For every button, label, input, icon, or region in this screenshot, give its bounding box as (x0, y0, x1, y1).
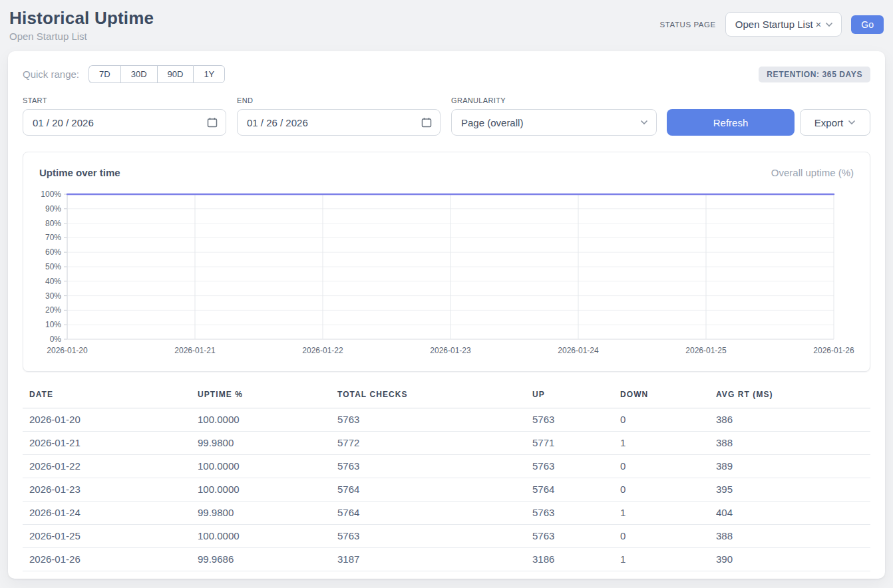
svg-text:50%: 50% (45, 262, 61, 271)
top-header: Historical Uptime Open Startup List STAT… (9, 7, 884, 51)
main-panel: Quick range: 7D30D90D1Y RETENTION: 365 D… (8, 51, 885, 579)
table-cell: 3187 (331, 548, 526, 571)
table-cell: 5764 (331, 478, 526, 502)
table-row: 2026-01-22100.0000576357630389 (23, 455, 870, 478)
svg-text:2026-01-26: 2026-01-26 (813, 346, 854, 355)
table-cell: 100.0000 (191, 455, 331, 478)
table-cell: 100.0000 (191, 478, 331, 502)
table-cell: 395 (709, 478, 870, 502)
clear-selection-icon[interactable]: × (816, 19, 822, 30)
quick-range-group: 7D30D90D1Y (89, 65, 225, 83)
table-cell: 2026-01-22 (23, 455, 191, 478)
export-button-label: Export (814, 117, 843, 128)
svg-text:70%: 70% (45, 233, 61, 242)
column-header: DATE (23, 387, 191, 408)
quick-range-label: Quick range: (23, 69, 79, 80)
calendar-icon[interactable] (421, 117, 432, 128)
granularity-select[interactable]: Page (overall) (451, 109, 657, 136)
table-cell: 5763 (331, 408, 526, 432)
table-cell: 0 (614, 455, 709, 478)
column-header: UP (526, 387, 614, 408)
page-subtitle: Open Startup List (9, 31, 154, 42)
quick-range-row: Quick range: 7D30D90D1Y RETENTION: 365 D… (23, 65, 870, 83)
table-cell: 2026-01-21 (23, 432, 191, 455)
table-cell: 5763 (526, 525, 614, 548)
table-cell: 5763 (331, 525, 526, 548)
svg-text:2026-01-24: 2026-01-24 (558, 346, 599, 355)
svg-text:40%: 40% (45, 277, 61, 286)
quick-range-button-7d[interactable]: 7D (89, 65, 120, 83)
table-cell: 388 (709, 432, 870, 455)
start-label: START (23, 96, 226, 104)
table-cell: 5763 (526, 408, 614, 432)
end-date-input[interactable]: 01 / 26 / 2026 (237, 109, 441, 136)
table-cell: 1 (614, 548, 709, 571)
table-cell: 2026-01-26 (23, 548, 191, 571)
export-button[interactable]: Export (800, 109, 870, 136)
quick-range-button-1y[interactable]: 1Y (193, 65, 225, 83)
uptime-chart: 0%10%20%30%40%50%60%70%80%90%100%2026-01… (33, 188, 856, 361)
chart-area: 0%10%20%30%40%50%60%70%80%90%100%2026-01… (23, 188, 870, 371)
chevron-down-icon (825, 22, 833, 27)
table-cell: 389 (709, 455, 870, 478)
page: Historical Uptime Open Startup List STAT… (0, 0, 893, 579)
granularity-selected-value: Page (overall) (461, 117, 523, 128)
table-body: 2026-01-20100.00005763576303862026-01-21… (23, 408, 870, 571)
status-page-label: STATUS PAGE (660, 21, 716, 29)
table-cell: 5763 (526, 502, 614, 525)
chart-card: Uptime over time Overall uptime (%) 0%10… (23, 152, 870, 372)
chart-title: Uptime over time (39, 167, 120, 178)
table-header-row: DATEUPTIME %TOTAL CHECKSUPDOWNAVG RT (MS… (23, 387, 870, 408)
table-cell: 1 (614, 432, 709, 455)
granularity-label: GRANULARITY (451, 96, 657, 104)
start-date-input[interactable]: 01 / 20 / 2026 (23, 109, 226, 136)
svg-text:2026-01-22: 2026-01-22 (302, 346, 343, 355)
svg-text:2026-01-23: 2026-01-23 (430, 346, 471, 355)
table-cell: 5764 (526, 478, 614, 502)
svg-text:60%: 60% (45, 247, 61, 257)
column-header: AVG RT (MS) (709, 387, 870, 408)
table-cell: 100.0000 (191, 525, 331, 548)
table-cell: 386 (709, 408, 870, 432)
table-row: 2026-01-2199.9800577257711388 (23, 432, 870, 455)
chart-legend: Overall uptime (%) (771, 167, 854, 178)
calendar-icon[interactable] (207, 117, 218, 128)
column-header: UPTIME % (191, 387, 331, 408)
go-button[interactable]: Go (851, 15, 884, 34)
svg-text:90%: 90% (45, 204, 61, 214)
table-cell: 0 (614, 408, 709, 432)
chart-header: Uptime over time Overall uptime (%) (23, 152, 870, 188)
chevron-down-icon (848, 120, 856, 125)
column-header: TOTAL CHECKS (331, 387, 526, 408)
refresh-button[interactable]: Refresh (667, 109, 795, 136)
table-cell: 5772 (331, 432, 526, 455)
retention-badge: RETENTION: 365 DAYS (759, 67, 870, 82)
start-date-field: START 01 / 20 / 2026 (23, 96, 226, 136)
table-cell: 1 (614, 502, 709, 525)
quick-range-button-90d[interactable]: 90D (157, 65, 194, 83)
svg-text:2026-01-25: 2026-01-25 (685, 346, 727, 355)
quick-range-button-30d[interactable]: 30D (120, 65, 157, 83)
filter-form-row: START 01 / 20 / 2026 END 01 / 26 / 2026 … (23, 96, 870, 136)
uptime-table: DATEUPTIME %TOTAL CHECKSUPDOWNAVG RT (MS… (23, 387, 870, 571)
table-cell: 0 (614, 525, 709, 548)
status-page-select[interactable]: Open Startup List × (725, 12, 842, 37)
table-row: 2026-01-20100.0000576357630386 (23, 408, 870, 432)
svg-text:20%: 20% (45, 305, 61, 315)
start-date-value: 01 / 20 / 2026 (33, 117, 94, 128)
svg-text:30%: 30% (45, 291, 61, 301)
granularity-field: GRANULARITY Page (overall) (451, 96, 657, 136)
svg-text:2026-01-21: 2026-01-21 (174, 346, 216, 355)
table-cell: 2026-01-24 (23, 502, 191, 525)
chevron-down-icon (640, 120, 648, 125)
svg-text:2026-01-20: 2026-01-20 (47, 346, 88, 355)
table-cell: 100.0000 (191, 408, 331, 432)
table-cell: 99.9800 (191, 432, 331, 455)
table-cell: 99.9686 (191, 548, 331, 571)
svg-text:100%: 100% (41, 190, 61, 199)
status-page-group: STATUS PAGE Open Startup List × Go (660, 12, 884, 37)
table-row: 2026-01-2499.9800576457631404 (23, 502, 870, 525)
uptime-table-wrap: DATEUPTIME %TOTAL CHECKSUPDOWNAVG RT (MS… (23, 387, 870, 571)
table-cell: 404 (709, 502, 870, 525)
table-cell: 390 (709, 548, 870, 571)
